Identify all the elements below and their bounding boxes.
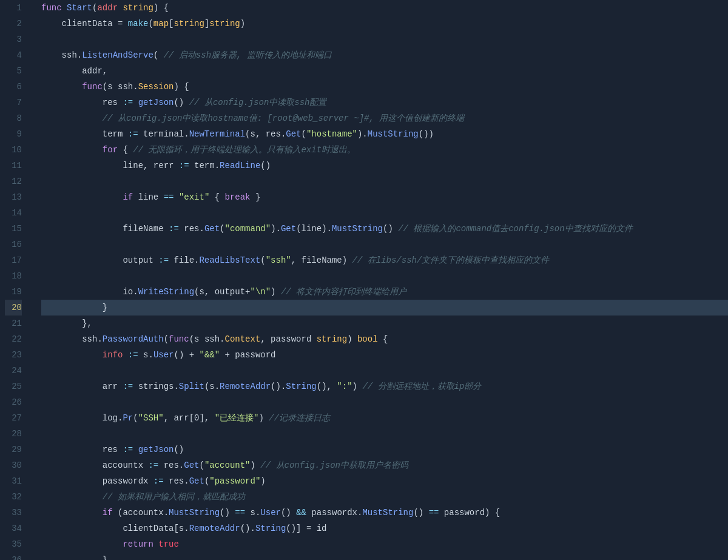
code-line: if line == "exit" { break } bbox=[41, 189, 728, 205]
line-numbers: 1234567891011121314151617181920212223242… bbox=[0, 0, 32, 560]
line-number: 25 bbox=[5, 379, 22, 394]
code-line bbox=[41, 363, 728, 379]
line-number: 3 bbox=[5, 32, 22, 47]
code-line: arr := strings.Split(s.RemoteAddr().Stri… bbox=[41, 379, 728, 394]
code-line: if (accountx.MustString() == s.User() &&… bbox=[41, 505, 728, 521]
line-number: 30 bbox=[5, 457, 22, 473]
code-line: addr, bbox=[41, 63, 728, 79]
line-number: 7 bbox=[5, 95, 22, 110]
line-number: 12 bbox=[5, 174, 22, 189]
code-line: } bbox=[41, 552, 728, 560]
code-line bbox=[41, 174, 728, 189]
code-line: log.Pr("SSH", arr[0], "已经连接") //记录连接日志 bbox=[41, 410, 728, 426]
code-line: // 从config.json中读取hostname值: [root@web_s… bbox=[41, 110, 728, 126]
code-line: for { // 无限循环，用于终端处理输入。只有输入exit时退出。 bbox=[41, 142, 728, 158]
code-line: res := getJson() bbox=[41, 442, 728, 457]
line-number: 24 bbox=[5, 363, 22, 379]
line-number: 9 bbox=[5, 126, 22, 142]
line-number: 22 bbox=[5, 331, 22, 347]
code-line: info := s.User() + "&&" + password bbox=[41, 347, 728, 363]
code-line: passwordx := res.Get("password") bbox=[41, 473, 728, 489]
code-line: io.WriteString(s, output+"\n") // 将文件内容打… bbox=[41, 284, 728, 300]
code-line: ssh.ListenAndServe( // 启动ssh服务器, 监听传入的地址… bbox=[41, 47, 728, 63]
code-line: ssh.PasswordAuth(func(s ssh.Context, pas… bbox=[41, 331, 728, 347]
line-number: 10 bbox=[5, 142, 22, 158]
code-line: clientData[s.RemoteAddr().String()] = id bbox=[41, 521, 728, 536]
line-number: 5 bbox=[5, 63, 22, 79]
code-line: line, rerr := term.ReadLine() bbox=[41, 158, 728, 174]
line-number: 29 bbox=[5, 442, 22, 457]
line-number: 34 bbox=[5, 521, 22, 536]
line-number: 28 bbox=[5, 426, 22, 442]
line-number: 8 bbox=[5, 110, 22, 126]
code-editor: 1234567891011121314151617181920212223242… bbox=[0, 0, 728, 560]
code-line: clientData = make(map[string]string) bbox=[41, 16, 728, 32]
line-number: 36 bbox=[5, 552, 22, 560]
line-number: 23 bbox=[5, 347, 22, 363]
code-line bbox=[41, 426, 728, 442]
line-number: 6 bbox=[5, 79, 22, 95]
line-number: 27 bbox=[5, 410, 22, 426]
code-line bbox=[41, 237, 728, 252]
code-line bbox=[41, 268, 728, 284]
line-number: 4 bbox=[5, 47, 22, 63]
code-line bbox=[41, 394, 728, 410]
line-number: 35 bbox=[5, 536, 22, 552]
line-number: 1 bbox=[5, 0, 22, 16]
code-line: term := terminal.NewTerminal(s, res.Get(… bbox=[41, 126, 728, 142]
line-number: 20 bbox=[5, 300, 22, 315]
code-line bbox=[41, 32, 728, 47]
line-number: 11 bbox=[5, 158, 22, 174]
code-content[interactable]: func Start(addr string) { clientData = m… bbox=[32, 0, 728, 560]
line-number: 26 bbox=[5, 394, 22, 410]
line-number: 13 bbox=[5, 189, 22, 205]
line-number: 15 bbox=[5, 221, 22, 237]
code-line: }, bbox=[41, 315, 728, 331]
line-number: 16 bbox=[5, 237, 22, 252]
code-line: res := getJson() // 从config.json中读取ssh配置 bbox=[41, 95, 728, 110]
line-number: 14 bbox=[5, 205, 22, 221]
line-number: 21 bbox=[5, 315, 22, 331]
line-number: 19 bbox=[5, 284, 22, 300]
code-line bbox=[41, 205, 728, 221]
line-number: 2 bbox=[5, 16, 22, 32]
code-line: return true bbox=[41, 536, 728, 552]
line-number: 33 bbox=[5, 505, 22, 521]
code-line: func Start(addr string) { bbox=[41, 0, 728, 16]
line-number: 17 bbox=[5, 252, 22, 268]
code-line: fileName := res.Get("command").Get(line)… bbox=[41, 221, 728, 237]
line-number: 18 bbox=[5, 268, 22, 284]
line-number: 32 bbox=[5, 489, 22, 505]
code-line: // 如果和用户输入相同，就匹配成功 bbox=[41, 489, 728, 505]
code-line: output := file.ReadLibsText("ssh", fileN… bbox=[41, 252, 728, 268]
code-line: accountx := res.Get("account") // 从confi… bbox=[41, 457, 728, 473]
code-line: func(s ssh.Session) { bbox=[41, 79, 728, 95]
code-line: } bbox=[41, 300, 728, 315]
line-number: 31 bbox=[5, 473, 22, 489]
